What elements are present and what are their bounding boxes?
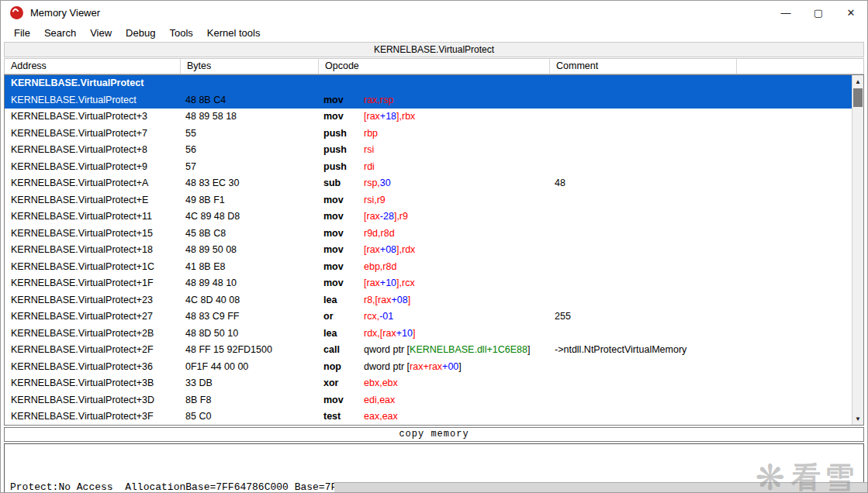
disasm-row[interactable]: KERNELBASE.VirtualProtect+957pushrdi xyxy=(5,159,852,176)
bytes-cell: 48 83 C9 FF xyxy=(181,309,319,326)
addr-cell: KERNELBASE.VirtualProtect+3 xyxy=(5,109,181,126)
addr-cell: KERNELBASE.VirtualProtect+8 xyxy=(5,142,181,159)
disasm-row[interactable]: KERNELBASE.VirtualProtect+2B48 8D 50 10l… xyxy=(5,326,852,343)
addr-cell: KERNELBASE.VirtualProtect+23 xyxy=(5,292,181,309)
column-header-opcode[interactable]: Opcode xyxy=(319,59,550,74)
bytes-cell: 8B F8 xyxy=(181,392,319,409)
disasm-row[interactable]: KERNELBASE.VirtualProtect48 8B C4movrax,… xyxy=(5,92,852,109)
addr-cell: KERNELBASE.VirtualProtect+27 xyxy=(5,309,181,326)
addr-cell: KERNELBASE.VirtualProtect+E xyxy=(5,192,181,209)
bytes-cell: 48 8B C4 xyxy=(181,92,319,109)
copy-memory-bar: copy memory xyxy=(4,427,864,442)
disasm-row[interactable]: KERNELBASE.VirtualProtect+1F48 89 48 10m… xyxy=(5,275,852,292)
menu-bar: FileSearchViewDebugToolsKernel tools xyxy=(1,24,867,42)
bytes-cell: 48 89 50 08 xyxy=(181,242,319,259)
comment-cell xyxy=(550,126,852,143)
menu-item-kernel-tools[interactable]: Kernel tools xyxy=(200,26,268,40)
bytes-cell: 41 8B E8 xyxy=(181,259,319,276)
disassembly-rows: KERNELBASE.VirtualProtectKERNELBASE.Virt… xyxy=(5,75,852,425)
bytes-cell: 48 83 EC 30 xyxy=(181,175,319,192)
bytes-cell: 55 xyxy=(181,126,319,143)
comment-cell xyxy=(550,259,852,276)
bytes-cell: 57 xyxy=(181,159,319,176)
menu-item-debug[interactable]: Debug xyxy=(119,26,162,40)
disasm-row[interactable]: KERNELBASE.VirtualProtect+234C 8D 40 08l… xyxy=(5,292,852,309)
opcode-cell: pushrdi xyxy=(319,159,550,176)
bytes-cell: 4C 89 48 D8 xyxy=(181,209,319,226)
addr-cell: KERNELBASE.VirtualProtect+3D xyxy=(5,392,181,409)
opcode-cell: mov[rax+18],rbx xyxy=(319,109,550,126)
disasm-row[interactable]: KERNELBASE.VirtualProtect+360F1F 44 00 0… xyxy=(5,359,852,376)
disasm-row[interactable]: KERNELBASE.VirtualProtect+114C 89 48 D8m… xyxy=(5,209,852,226)
opcode-cell xyxy=(319,75,550,92)
addr-cell: KERNELBASE.VirtualProtect+3B xyxy=(5,375,181,392)
opcode-cell: orrcx,-01 xyxy=(319,309,550,326)
opcode-cell: xorebx,ebx xyxy=(319,375,550,392)
bytes-cell: 0F1F 44 00 00 xyxy=(181,359,319,376)
opcode-cell: testeax,eax xyxy=(319,409,550,425)
symbol-label-row[interactable]: KERNELBASE.VirtualProtect xyxy=(5,75,852,92)
opcode-cell: nopdword ptr [rax+rax+00] xyxy=(319,359,550,376)
scroll-down-icon[interactable]: ▼ xyxy=(852,412,863,425)
comment-cell xyxy=(550,192,852,209)
comment-cell xyxy=(550,359,852,376)
disasm-row[interactable]: KERNELBASE.VirtualProtect+1848 89 50 08m… xyxy=(5,242,852,259)
addr-cell: KERNELBASE.VirtualProtect xyxy=(5,92,181,109)
window-title: Memory Viewer xyxy=(30,7,100,19)
comment-cell: 48 xyxy=(550,175,852,192)
bytes-cell: 56 xyxy=(181,142,319,159)
disasm-row[interactable]: KERNELBASE.VirtualProtect+1545 8B C8movr… xyxy=(5,226,852,243)
bytes-cell: 48 89 48 10 xyxy=(181,275,319,292)
bytes-cell xyxy=(181,75,319,92)
comment-cell xyxy=(550,159,852,176)
column-header-comment[interactable]: Comment xyxy=(550,59,737,74)
menu-item-tools[interactable]: Tools xyxy=(162,26,199,40)
disasm-row[interactable]: KERNELBASE.VirtualProtect+2748 83 C9 FFo… xyxy=(5,309,852,326)
column-header-bytes[interactable]: Bytes xyxy=(181,59,319,74)
comment-cell xyxy=(550,292,852,309)
opcode-cell: subrsp,30 xyxy=(319,175,550,192)
opcode-cell: movedi,eax xyxy=(319,392,550,409)
addr-cell: KERNELBASE.VirtualProtect+11 xyxy=(5,209,181,226)
comment-cell xyxy=(550,209,852,226)
scroll-up-icon[interactable]: ▲ xyxy=(852,75,863,88)
bytes-cell: 85 C0 xyxy=(181,409,319,425)
disasm-row[interactable]: KERNELBASE.VirtualProtect+3D8B F8movedi,… xyxy=(5,392,852,409)
close-icon[interactable]: ✕ xyxy=(835,1,867,24)
comment-cell xyxy=(550,109,852,126)
disasm-row[interactable]: KERNELBASE.VirtualProtect+A48 83 EC 30su… xyxy=(5,175,852,192)
scrollbar-thumb[interactable] xyxy=(853,88,863,107)
vertical-scrollbar[interactable]: ▲ ▼ xyxy=(852,75,863,425)
addr-cell: KERNELBASE.VirtualProtect+1C xyxy=(5,259,181,276)
disasm-row[interactable]: KERNELBASE.VirtualProtect+2F48 FF 15 92F… xyxy=(5,342,852,359)
maximize-icon[interactable]: ▢ xyxy=(802,1,835,24)
column-header-filler xyxy=(737,59,863,74)
module-header: KERNELBASE.VirtualProtect xyxy=(4,42,864,57)
bytes-cell: 33 DB xyxy=(181,375,319,392)
disasm-row[interactable]: KERNELBASE.VirtualProtect+348 89 58 18mo… xyxy=(5,109,852,126)
menu-item-file[interactable]: File xyxy=(7,26,37,40)
addr-cell: KERNELBASE.VirtualProtect+36 xyxy=(5,359,181,376)
disasm-row[interactable]: KERNELBASE.VirtualProtect+755pushrbp xyxy=(5,126,852,143)
disasm-row[interactable]: KERNELBASE.VirtualProtect+856pushrsi xyxy=(5,142,852,159)
comment-cell xyxy=(550,92,852,109)
addr-cell: KERNELBASE.VirtualProtect xyxy=(5,75,181,92)
background-window-fragment xyxy=(334,482,867,492)
disasm-row[interactable]: KERNELBASE.VirtualProtect+3F85 C0testeax… xyxy=(5,409,852,425)
column-header-row: Address Bytes Opcode Comment xyxy=(4,58,864,74)
comment-cell: 255 xyxy=(550,309,852,326)
memory-viewer-window: { "titlebar": { "title": "Memory Viewer"… xyxy=(0,0,868,493)
menu-item-search[interactable]: Search xyxy=(37,26,83,40)
menu-item-view[interactable]: View xyxy=(83,26,119,40)
disasm-row[interactable]: KERNELBASE.VirtualProtect+E49 8B F1movrs… xyxy=(5,192,852,209)
comment-cell xyxy=(550,242,852,259)
minimize-icon[interactable]: — xyxy=(769,1,802,24)
addr-cell: KERNELBASE.VirtualProtect+15 xyxy=(5,226,181,243)
addr-cell: KERNELBASE.VirtualProtect+2F xyxy=(5,342,181,359)
opcode-cell: callqword ptr [KERNELBASE.dll+1C6E88] xyxy=(319,342,550,359)
disasm-row[interactable]: KERNELBASE.VirtualProtect+1C41 8B E8move… xyxy=(5,259,852,276)
column-header-address[interactable]: Address xyxy=(5,59,181,74)
opcode-cell: mov[rax-28],r9 xyxy=(319,209,550,226)
disasm-row[interactable]: KERNELBASE.VirtualProtect+3B33 DBxorebx,… xyxy=(5,375,852,392)
addr-cell: KERNELBASE.VirtualProtect+3F xyxy=(5,409,181,425)
